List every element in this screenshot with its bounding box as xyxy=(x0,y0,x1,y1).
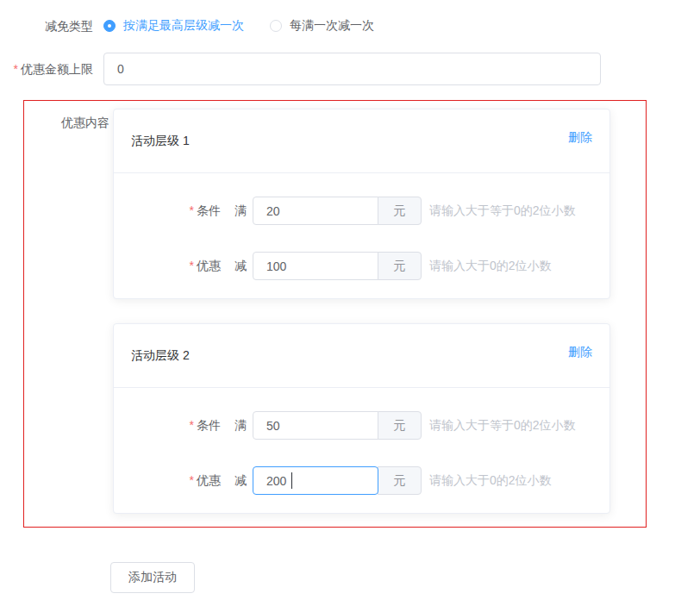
discount-prefix: 减 xyxy=(234,473,247,489)
condition-label-text: 条件 xyxy=(197,418,221,432)
radio-option-label: 按满足最高层级减一次 xyxy=(123,18,244,34)
tier-card-header: 活动层级 1 删除 xyxy=(114,109,609,173)
discount-cap-row: *优惠金额上限 xyxy=(0,53,700,85)
unit-append: 元 xyxy=(378,411,422,440)
required-asterisk: * xyxy=(190,418,194,432)
condition-label: *条件 xyxy=(131,203,221,219)
condition-hint: 请输入大于等于0的2位小数 xyxy=(429,418,576,434)
unit-append: 元 xyxy=(378,466,422,495)
required-asterisk: * xyxy=(190,203,194,217)
discount-cap-label-text: 优惠金额上限 xyxy=(21,62,93,76)
discount-row: *优惠 减 元 请输入大于0的2位小数 xyxy=(131,466,592,495)
discount-label-text: 优惠 xyxy=(197,259,221,272)
radio-selected-icon xyxy=(103,20,116,32)
discount-label: *优惠 xyxy=(131,259,221,274)
unit-append: 元 xyxy=(378,252,422,280)
condition-amount-input[interactable] xyxy=(253,197,378,225)
discount-input-group: 元 xyxy=(253,466,422,495)
condition-prefix: 满 xyxy=(234,418,247,434)
condition-prefix: 满 xyxy=(234,203,247,219)
delete-tier-link[interactable]: 删除 xyxy=(568,345,592,360)
condition-label-text: 条件 xyxy=(197,203,221,217)
required-asterisk: * xyxy=(14,62,18,76)
required-asterisk: * xyxy=(190,259,194,272)
discount-hint: 请输入大于0的2位小数 xyxy=(429,473,552,489)
text-cursor xyxy=(291,472,292,489)
required-asterisk: * xyxy=(190,473,194,487)
discount-input-group: 元 xyxy=(253,252,422,280)
delete-tier-link[interactable]: 删除 xyxy=(568,130,592,146)
discount-amount-input[interactable] xyxy=(253,252,378,280)
discount-amount-input-focused[interactable] xyxy=(253,466,378,495)
radio-option-highest-tier[interactable]: 按满足最高层级减一次 xyxy=(103,18,244,34)
tier-card-body: *条件 满 元 请输入大于等于0的2位小数 *优惠 减 元 xyxy=(114,173,609,298)
condition-label: *条件 xyxy=(131,418,221,434)
condition-input-group: 元 xyxy=(253,411,422,440)
discount-label-text: 优惠 xyxy=(197,473,221,487)
condition-hint: 请输入大于等于0的2位小数 xyxy=(429,203,576,219)
condition-row: *条件 满 元 请输入大于等于0的2位小数 xyxy=(131,411,592,440)
discount-prefix: 减 xyxy=(234,259,247,274)
reduction-type-row: 减免类型 按满足最高层级减一次 每满一次减一次 xyxy=(0,17,700,34)
promotion-form: 减免类型 按满足最高层级减一次 每满一次减一次 *优惠金额上限 优惠内容 活动层… xyxy=(0,0,700,593)
radio-option-every-time[interactable]: 每满一次减一次 xyxy=(270,18,374,34)
tier-card-header: 活动层级 2 删除 xyxy=(114,324,609,388)
discount-label: *优惠 xyxy=(131,473,221,489)
tier-title: 活动层级 2 xyxy=(131,348,190,364)
tier-title: 活动层级 1 xyxy=(131,134,190,149)
discount-content-section: 优惠内容 活动层级 1 删除 *条件 满 元 请输入大于等于0 xyxy=(23,100,647,528)
discount-cap-label: *优惠金额上限 xyxy=(0,60,103,78)
discount-hint: 请输入大于0的2位小数 xyxy=(429,259,552,274)
add-activity-button[interactable]: 添加活动 xyxy=(110,562,195,593)
discount-content-label: 优惠内容 xyxy=(24,109,113,514)
tier-list: 活动层级 1 删除 *条件 满 元 请输入大于等于0的2位小数 *优惠 xyxy=(113,109,610,514)
condition-row: *条件 满 元 请输入大于等于0的2位小数 xyxy=(131,197,592,225)
condition-amount-input[interactable] xyxy=(253,411,378,440)
tier-card-2: 活动层级 2 删除 *条件 满 元 请输入大于等于0的2位小数 *优惠 xyxy=(113,323,610,514)
tier-card-body: *条件 满 元 请输入大于等于0的2位小数 *优惠 减 元 xyxy=(114,388,609,513)
reduction-type-label: 减免类型 xyxy=(0,17,103,34)
discount-cap-input[interactable] xyxy=(103,53,601,85)
tier-card-1: 活动层级 1 删除 *条件 满 元 请输入大于等于0的2位小数 *优惠 xyxy=(113,109,610,299)
radio-option-label: 每满一次减一次 xyxy=(290,18,374,34)
condition-input-group: 元 xyxy=(253,197,422,225)
discount-row: *优惠 减 元 请输入大于0的2位小数 xyxy=(131,252,592,280)
reduction-type-radio-group: 按满足最高层级减一次 每满一次减一次 xyxy=(103,18,400,34)
radio-unselected-icon xyxy=(270,20,282,32)
unit-append: 元 xyxy=(378,197,422,225)
